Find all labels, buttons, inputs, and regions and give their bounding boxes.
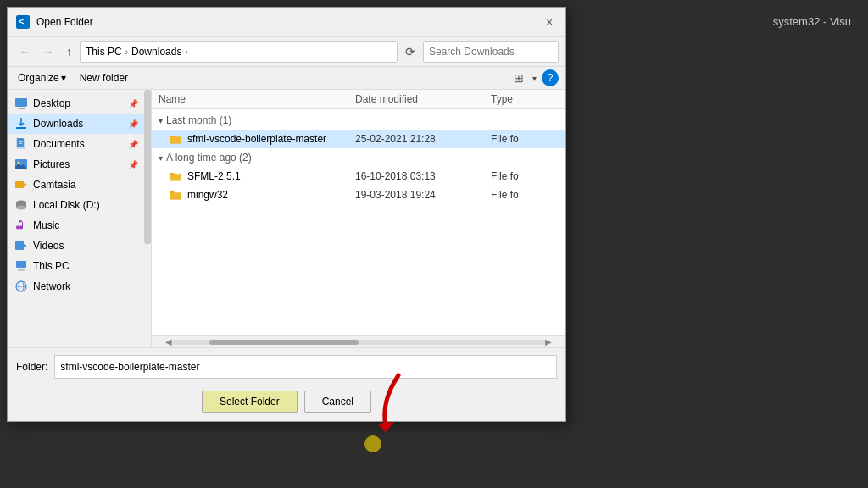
folder-input[interactable] (54, 355, 557, 379)
hscroll-track (172, 340, 545, 345)
file-row-mingw32[interactable]: mingw32 19-03-2018 19:24 File fo (152, 186, 565, 204)
view-chevron: ▾ (532, 74, 537, 83)
svg-rect-14 (15, 241, 24, 250)
videos-icon (14, 239, 28, 252)
col-name-header: Name (159, 93, 355, 105)
content-area: Desktop 📌 Downloads 📌 (8, 90, 565, 347)
pictures-icon (14, 158, 28, 171)
sidebar-label-network: Network (33, 280, 70, 292)
title-bar-left: Open Folder (16, 15, 93, 29)
svg-rect-3 (16, 127, 26, 129)
dialog-title: Open Folder (36, 16, 93, 28)
title-bar: Open Folder × (8, 8, 565, 37)
svg-marker-15 (24, 244, 27, 247)
sidebar-item-pictures[interactable]: Pictures 📌 (8, 154, 145, 175)
nav-toolbar: ← → ↑ This PC › Downloads › ⟳ (8, 37, 565, 67)
file-list-area: Name Date modified Type ▾ Last month (1)… (152, 90, 565, 347)
hscroll-left-btn[interactable]: ◀ (165, 337, 172, 347)
svg-rect-18 (18, 270, 25, 271)
topbar-label: system32 - Visu (773, 15, 851, 28)
sidebar-label-videos: Videos (33, 240, 64, 252)
sidebar-label-desktop: Desktop (33, 97, 70, 109)
sidebar-item-network[interactable]: Network (8, 276, 145, 297)
filename-sfml-boilerplate: sfml-vscode-boilerplate-master (187, 133, 355, 145)
breadcrumb-bar[interactable]: This PC › Downloads › (80, 41, 398, 63)
sidebar-scrollbar-thumb (144, 90, 151, 244)
filedate-mingw32: 19-03-2018 19:24 (355, 189, 491, 201)
close-button[interactable]: × (542, 14, 557, 30)
group-label-last-month: Last month (1) (166, 114, 231, 126)
sidebar-label-music: Music (33, 219, 59, 231)
sidebar-scrollbar[interactable] (144, 90, 151, 347)
documents-icon (14, 137, 28, 151)
svg-rect-0 (15, 98, 27, 107)
search-input[interactable] (429, 46, 553, 58)
sidebar-item-localdisk[interactable]: Local Disk (D:) (8, 195, 145, 215)
forward-button[interactable]: → (38, 42, 58, 61)
view-button[interactable]: ⊞ (510, 69, 527, 86)
svg-rect-9 (15, 181, 24, 188)
hscroll-right-btn[interactable]: ▶ (545, 337, 552, 347)
col-date-header: Date modified (355, 93, 491, 105)
sidebar-item-videos[interactable]: Videos (8, 236, 145, 256)
sidebar-label-thispc: This PC (33, 260, 70, 272)
sidebar-wrapper: Desktop 📌 Downloads 📌 (8, 90, 152, 347)
folder-label: Folder: (16, 361, 47, 373)
download-icon (14, 117, 28, 130)
svg-rect-5 (19, 141, 23, 142)
group-label-long-ago: A long time ago (2) (166, 152, 252, 164)
group-chevron-long-ago: ▾ (159, 153, 163, 163)
up-button[interactable]: ↑ (62, 42, 76, 61)
sidebar-item-downloads[interactable]: Downloads 📌 (8, 114, 145, 134)
sidebar-label-documents: Documents (33, 138, 85, 150)
select-folder-button[interactable]: Select Folder (202, 391, 298, 413)
sidebar-label-downloads: Downloads (33, 118, 83, 130)
group-chevron-last-month: ▾ (159, 116, 163, 125)
file-list-header: Name Date modified Type (152, 90, 565, 109)
new-folder-button[interactable]: New folder (76, 70, 131, 86)
pin-icon-desktop: 📌 (128, 99, 138, 108)
breadcrumb-sep1: › (125, 47, 128, 57)
folder-icon-mingw32 (169, 188, 182, 202)
filedate-sfml-boilerplate: 25-02-2021 21:28 (355, 133, 491, 145)
sidebar-item-documents[interactable]: Documents 📌 (8, 134, 145, 154)
cancel-button[interactable]: Cancel (304, 391, 371, 413)
filetype-sfml251: File fo (491, 170, 559, 182)
app-icon (16, 15, 30, 29)
filetype-mingw32: File fo (491, 189, 559, 201)
sidebar-item-desktop[interactable]: Desktop 📌 (8, 93, 145, 114)
svg-rect-6 (19, 143, 22, 144)
col-type-header: Type (491, 93, 559, 105)
filedate-sfml251: 16-10-2018 03:13 (355, 170, 491, 182)
filename-sfml251: SFML-2.5.1 (187, 170, 355, 182)
desktop-icon (14, 97, 28, 110)
search-box[interactable] (423, 41, 559, 63)
folder-icon-sfml251 (169, 169, 182, 183)
disk-icon (14, 198, 28, 212)
sidebar-item-music[interactable]: Music (8, 215, 145, 236)
file-row-sfml-boilerplate[interactable]: sfml-vscode-boilerplate-master 25-02-202… (152, 130, 565, 148)
h-scrollbar[interactable]: ◀ ▶ (152, 336, 565, 347)
camtasia-icon (14, 178, 28, 191)
file-row-sfml251[interactable]: SFML-2.5.1 16-10-2018 03:13 File fo (152, 167, 565, 186)
breadcrumb-sep2: › (185, 47, 187, 57)
pin-icon-documents: 📌 (128, 140, 138, 149)
back-button[interactable]: ← (14, 42, 35, 61)
pc-icon (14, 259, 28, 273)
organize-button[interactable]: Organize ▾ (14, 70, 70, 86)
sidebar-label-localdisk: Local Disk (D:) (33, 199, 100, 211)
organize-label: Organize (18, 72, 59, 84)
network-icon (14, 280, 28, 293)
svg-marker-10 (24, 183, 27, 186)
toolbar-right: ⊞ ▾ ? (510, 69, 559, 86)
organize-toolbar: Organize ▾ New folder ⊞ ▾ ? (8, 67, 565, 90)
hscroll-thumb (209, 340, 359, 345)
svg-point-13 (16, 206, 26, 210)
sidebar-item-camtasia[interactable]: Camtasia (8, 175, 145, 195)
open-folder-dialog: Open Folder × ← → ↑ This PC › Downloads … (7, 7, 566, 422)
refresh-button[interactable]: ⟳ (401, 42, 420, 61)
music-icon (14, 219, 28, 232)
help-button[interactable]: ? (542, 69, 559, 86)
buttons-row: Select Folder Cancel (8, 385, 565, 421)
sidebar-item-thispc[interactable]: This PC (8, 256, 145, 276)
